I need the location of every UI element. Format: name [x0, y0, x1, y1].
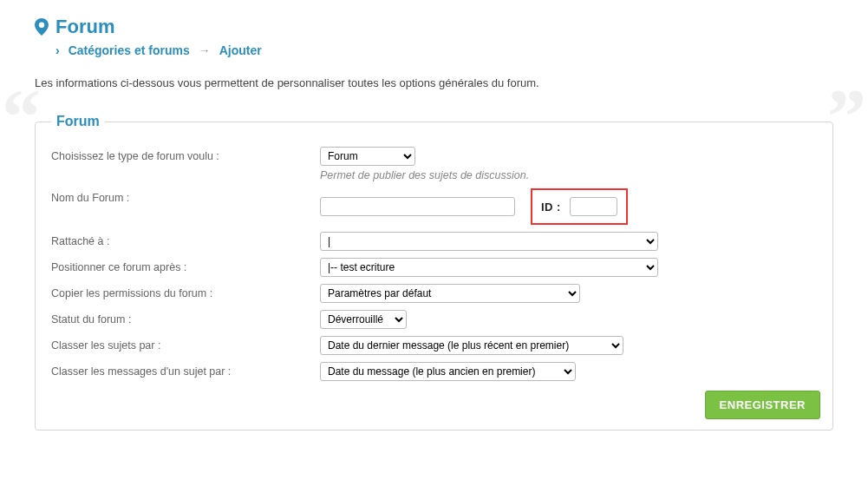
location-pin-icon [35, 18, 49, 36]
sort-topics-select[interactable]: Date du dernier message (le plus récent … [320, 336, 623, 355]
forum-id-highlight: ID : [531, 188, 628, 225]
page-title-text: Forum [55, 16, 114, 38]
sort-posts-select[interactable]: Date du message (le plus ancien en premi… [320, 362, 576, 381]
forum-id-input[interactable] [570, 197, 617, 216]
page-title: Forum [35, 16, 833, 38]
save-button[interactable]: Enregistrer [705, 391, 820, 419]
parent-select[interactable]: | [320, 232, 658, 251]
position-label: Positionner ce forum après : [51, 258, 320, 273]
sort-topics-label: Classer les sujets par : [51, 336, 320, 352]
sort-posts-label: Classer les messages d'un sujet par : [51, 362, 320, 378]
breadcrumb: › Catégories et forums → Ajouter [55, 43, 833, 57]
page-header: Forum › Catégories et forums → Ajouter [35, 16, 833, 57]
panel-legend: Forum [51, 114, 105, 129]
status-select[interactable]: Déverrouillé [320, 310, 407, 329]
forum-type-select[interactable]: Forum [320, 147, 415, 166]
forum-type-label: Choisissez le type de forum voulu : [51, 147, 320, 162]
breadcrumb-categories[interactable]: Catégories et forums [69, 43, 190, 57]
chevron-right-icon: › [55, 43, 60, 57]
forum-name-input[interactable] [320, 197, 515, 216]
permissions-select[interactable]: Paramètres par défaut [320, 284, 580, 303]
arrow-right-icon: → [199, 43, 211, 57]
forum-name-label: Nom du Forum : [51, 188, 320, 204]
permissions-label: Copier les permissions du forum : [51, 284, 320, 299]
position-select[interactable]: |-- test ecriture [320, 258, 658, 277]
forum-type-hint: Permet de publier des sujets de discussi… [320, 169, 817, 181]
status-label: Statut du forum : [51, 310, 320, 325]
forum-id-label: ID : [541, 201, 561, 214]
forum-settings-panel: Forum Choisissez le type de forum voulu … [35, 114, 833, 431]
parent-label: Rattaché à : [51, 232, 320, 247]
intro-text: Les informations ci-dessous vous permett… [35, 76, 833, 89]
breadcrumb-add[interactable]: Ajouter [219, 43, 262, 57]
